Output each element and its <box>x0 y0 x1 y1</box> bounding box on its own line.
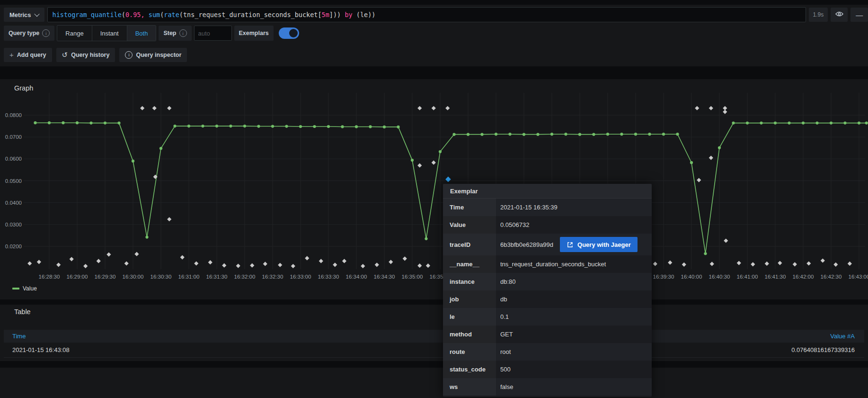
tooltip-title: Exemplar <box>443 184 652 199</box>
query-type-label: Query type <box>9 30 39 36</box>
tooltip-row-label: route <box>443 343 496 361</box>
tooltip-row-label: traceID <box>443 234 496 255</box>
query-inspector-button[interactable]: Query inspector <box>119 48 187 62</box>
tooltip-row-value: 6b3bfb0e6289a99dQuery with Jaeger <box>496 234 652 255</box>
table-header-row: Time Value #A <box>4 330 864 343</box>
hide-response-button[interactable] <box>831 8 848 22</box>
tooltip-row-label: Time <box>443 199 496 216</box>
tooltip-row-Time: Time2021-01-15 16:35:39 <box>443 199 652 216</box>
tooltip-row-route: routeroot <box>443 343 652 361</box>
divider <box>0 299 868 305</box>
legend-label: Value <box>23 285 37 292</box>
eye-icon <box>835 11 843 18</box>
tooltip-row-instance: instancedb:80 <box>443 273 652 290</box>
tooltip-row-label: le <box>443 308 496 326</box>
tooltip-row-value: 0.0506732 <box>496 216 652 234</box>
divider <box>0 66 868 79</box>
tooltip-row-label: ws <box>443 378 496 396</box>
table-header-value[interactable]: Value #A <box>830 333 855 340</box>
tooltip-row-label: Value <box>443 216 496 234</box>
exemplars-chip: Exemplars <box>234 26 274 41</box>
grafana-explore-view: Metrics histogram_quantile(0.95, sum(rat… <box>0 0 868 398</box>
tooltip-row-job: jobdb <box>443 290 652 308</box>
tooltip-row-status_code: status_code500 <box>443 361 652 378</box>
remove-query-button[interactable]: — <box>850 8 868 22</box>
tooltip-row-value: root <box>496 343 652 361</box>
tooltip-row-__name__: __name__tns_request_duration_seconds_buc… <box>443 255 652 273</box>
add-query-button[interactable]: + Add query <box>4 48 52 62</box>
tooltip-row-label: instance <box>443 273 496 290</box>
bottom-panel-bg <box>0 368 868 398</box>
graph-panel-bg <box>0 79 868 299</box>
tooltip-row-label: status_code <box>443 361 496 378</box>
divider <box>0 361 868 368</box>
query-with-jaeger-button[interactable]: Query with Jaeger <box>560 237 638 252</box>
query-history-button[interactable]: ↺ Query history <box>56 48 115 62</box>
query-inspector-label: Query inspector <box>136 52 181 58</box>
tooltip-row-label: __name__ <box>443 255 496 273</box>
plus-icon: + <box>9 51 14 59</box>
datasource-dropdown[interactable]: Metrics <box>4 8 44 22</box>
table-row: 2021-01-15 16:43:08 0.07640816167339316 <box>4 343 864 358</box>
query-duration-badge: 1.9s <box>809 8 828 22</box>
tooltip-row-le: le0.1 <box>443 308 652 326</box>
exemplars-toggle[interactable] <box>279 27 299 39</box>
tooltip-row-label: method <box>443 326 496 343</box>
query-type-chip: Query type <box>4 26 54 41</box>
table-cell-value: 0.07640816167339316 <box>791 346 855 353</box>
history-icon: ↺ <box>62 51 68 58</box>
tooltip-row-value: db:80 <box>496 273 652 290</box>
chevron-down-icon <box>34 11 39 17</box>
step-label: Step <box>163 30 176 36</box>
step-input[interactable] <box>194 26 232 41</box>
info-icon[interactable] <box>42 29 50 37</box>
info-icon <box>125 51 133 59</box>
query-expression: histogram_quantile(0.95, sum(rate(tns_re… <box>53 11 376 18</box>
table-cell-time: 2021-01-15 16:43:08 <box>12 346 70 353</box>
tooltip-row-value: db <box>496 290 652 308</box>
tooltip-row-label: job <box>443 290 496 308</box>
legend-item-value[interactable]: Value <box>12 285 37 292</box>
tooltip-row-value: tns_request_duration_seconds_bucket <box>496 255 652 273</box>
tooltip-row-value: GET <box>496 326 652 343</box>
tooltip-row-value: false <box>496 378 652 396</box>
step-chip: Step <box>159 26 191 41</box>
query-history-label: Query history <box>71 52 109 58</box>
minus-icon: — <box>856 11 863 18</box>
tooltip-row-ws: wsfalse <box>443 378 652 396</box>
add-query-label: Add query <box>17 52 46 58</box>
query-type-range[interactable]: Range <box>57 26 92 41</box>
tooltip-row-Value: Value0.0506732 <box>443 216 652 234</box>
exemplars-label: Exemplars <box>239 30 269 36</box>
query-type-instant[interactable]: Instant <box>92 26 127 41</box>
table-header-time[interactable]: Time <box>12 333 26 340</box>
query-input[interactable]: histogram_quantile(0.95, sum(rate(tns_re… <box>47 7 806 22</box>
toggle-knob <box>289 29 298 37</box>
exemplar-tooltip: Exemplar Time2021-01-15 16:35:39Value0.0… <box>443 184 652 397</box>
query-type-segmented-control: Range Instant Both <box>57 25 156 41</box>
tooltip-row-traceID: traceID6b3bfb0e6289a99dQuery with Jaeger <box>443 234 652 255</box>
query-type-both[interactable]: Both <box>127 26 156 41</box>
external-link-icon <box>567 241 574 248</box>
tooltip-row-method: methodGET <box>443 326 652 343</box>
series-color-icon <box>12 288 19 289</box>
tooltip-row-value: 2021-01-15 16:35:39 <box>496 199 652 216</box>
table-panel-title: Table <box>14 308 31 316</box>
info-icon[interactable] <box>179 29 187 37</box>
datasource-label: Metrics <box>9 11 31 18</box>
graph-panel-title: Graph <box>14 84 33 92</box>
tooltip-row-value: 0.1 <box>496 308 652 326</box>
tooltip-row-value: 500 <box>496 361 652 378</box>
